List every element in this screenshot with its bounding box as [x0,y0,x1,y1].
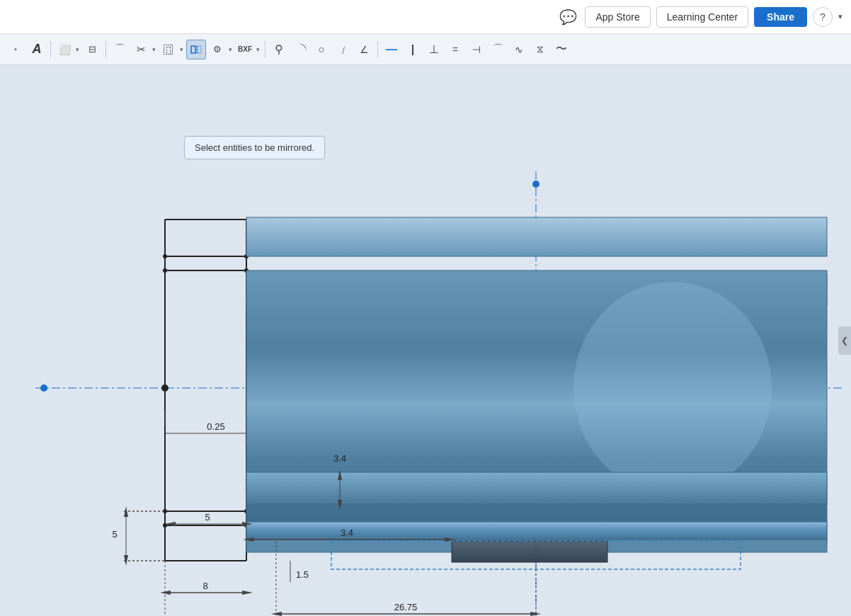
toolbar-text-tool[interactable]: A [27,40,47,59]
top-nav: 💬 App Store Learning Center Share ? ▾ [0,0,851,34]
bxf-chevron[interactable]: ▾ [255,46,261,53]
svg-point-7 [40,384,47,392]
bxf-group: BXF ▾ [235,40,261,59]
equal-constraint[interactable]: = [445,40,465,59]
tangent-constraint[interactable]: ⌒ [488,40,508,59]
symm-constraint[interactable]: ∿ [509,40,529,59]
vert-constraint[interactable]: | [403,40,423,59]
app-store-button[interactable]: App Store [585,6,650,28]
sketch-chevron[interactable]: ▾ [74,46,81,53]
spline-tool[interactable]: ⌒ [286,35,314,64]
mirror-icon [190,43,202,56]
canvas-area[interactable]: Select entities to be mirrored. ❮ [0,65,851,616]
toolbar-dot: ● [6,40,25,59]
svg-point-22 [163,254,167,258]
svg-text:5: 5 [112,529,117,540]
line-tool[interactable]: ⊟ [82,40,102,59]
transform-tool[interactable]: ⚙ [207,40,227,59]
sep1 [50,41,51,58]
angle-tool[interactable]: ∠ [354,40,374,59]
svg-rect-2 [198,46,201,53]
midpoint-constraint[interactable]: ⊣ [467,40,486,59]
svg-text:5: 5 [205,512,210,523]
sketch-group: ⬜ ▾ [55,40,81,59]
sep4 [377,41,378,58]
chat-icon[interactable]: 💬 [556,6,579,28]
svg-point-5 [532,181,539,188]
mirror-tool[interactable] [186,40,206,59]
diagonal-tool[interactable]: ⟋ [329,35,356,62]
copy-tool[interactable]: ⿵ [159,40,178,59]
bxf-tool[interactable]: BXF [235,40,255,59]
trim-tool[interactable]: ✂ [131,40,151,59]
trim-group: ✂ ▾ [131,40,157,59]
circle-tool[interactable]: ○ [312,40,331,59]
perp-constraint[interactable]: ⊥ [424,40,444,59]
svg-point-34 [573,282,772,494]
sep3 [265,41,265,58]
trim-chevron[interactable]: ▾ [151,46,157,53]
svg-point-23 [163,268,167,273]
share-button[interactable]: Share [754,7,807,27]
svg-marker-65 [242,591,253,595]
svg-rect-0 [191,46,195,53]
pattern-constraint[interactable]: ⧖ [530,40,550,59]
sep2 [105,41,106,58]
help-chevron[interactable]: ▾ [838,12,843,21]
help-icon: ? [820,11,826,23]
transform-group: ⚙ ▾ [207,40,234,59]
svg-rect-31 [246,217,827,256]
copy-group: ⿵ ▾ [159,40,185,59]
copy-chevron[interactable]: ▾ [178,46,185,53]
svg-text:8: 8 [202,581,207,591]
snap-tool[interactable]: ⚲ [269,40,289,59]
svg-rect-35 [246,472,827,504]
svg-rect-38 [452,541,607,562]
toolbar: ● A ⬜ ▾ ⊟ ⌒ ✂ ▾ ⿵ ▾ ⚙ ▾ BXF ▾ ⚲ ⌒ ○ ⟋ ∠ … [0,34,851,65]
wave-tool[interactable]: 〜 [552,40,571,59]
svg-text:26.75: 26.75 [394,602,418,612]
svg-text:0.25: 0.25 [207,421,224,432]
curve-tool[interactable]: ⌒ [110,40,130,59]
svg-text:3.4: 3.4 [333,453,346,464]
svg-point-24 [161,384,169,392]
svg-text:1.5: 1.5 [296,569,309,580]
transform-chevron[interactable]: ▾ [227,46,234,53]
sketch-tool[interactable]: ⬜ [55,40,74,59]
help-button[interactable]: ? [813,7,833,27]
learning-center-button[interactable]: Learning Center [656,6,748,28]
cad-drawing: 0.25 5 5 3.4 3.4 1.5 8 [0,65,851,616]
horiz-constraint[interactable]: — [382,40,401,59]
svg-text:3.4: 3.4 [341,527,353,538]
